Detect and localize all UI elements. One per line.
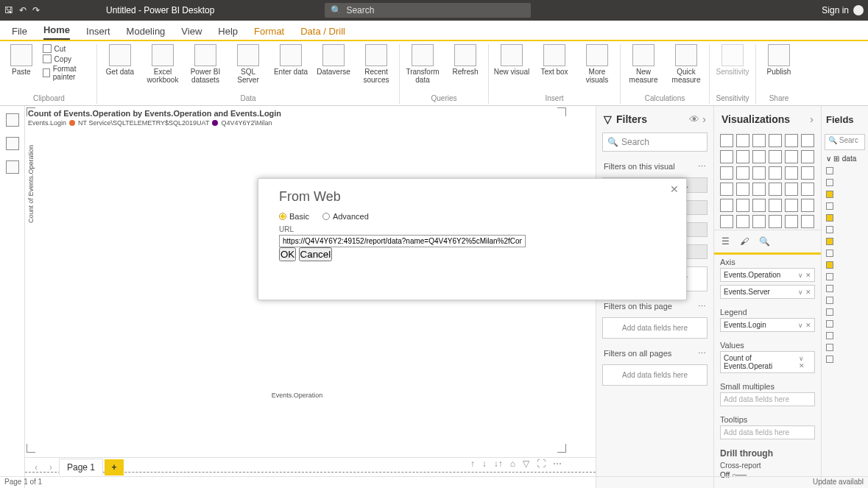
save-icon[interactable]: 🖫	[4, 5, 13, 15]
ok-button[interactable]: OK	[279, 247, 296, 261]
viz-type-icon[interactable]	[769, 183, 782, 196]
viz-type-icon[interactable]	[720, 183, 733, 196]
excel-button[interactable]: Excel workbook	[144, 44, 181, 84]
more-visuals-button[interactable]: More visuals	[579, 44, 615, 84]
fields-search[interactable]: 🔍 Searc	[825, 134, 865, 150]
viz-type-icon[interactable]	[769, 215, 782, 228]
global-search[interactable]: 🔍 Search	[325, 3, 531, 18]
format-tab-icon[interactable]: 🖌	[740, 236, 749, 247]
viz-type-icon[interactable]	[801, 183, 814, 196]
more-icon[interactable]: ⋯	[698, 302, 706, 311]
add-page-button[interactable]: +	[105, 459, 124, 475]
tab-file[interactable]: File	[12, 23, 27, 40]
quick-measure-button[interactable]: Quick measure	[668, 44, 705, 84]
viz-type-icon[interactable]	[785, 150, 798, 163]
viz-type-icon[interactable]	[720, 215, 733, 228]
dataverse-button[interactable]: Dataverse	[315, 44, 352, 76]
page-prev[interactable]: ‹	[29, 462, 43, 473]
radio-basic[interactable]: Basic	[279, 212, 309, 221]
copy-button[interactable]: Copy	[43, 54, 92, 63]
pbi-datasets-button[interactable]: Power BI datasets	[187, 44, 224, 84]
viz-type-icon[interactable]	[752, 166, 766, 180]
collapse-icon[interactable]: ›	[810, 113, 814, 125]
viz-type-icon[interactable]	[752, 150, 766, 163]
enter-data-button[interactable]: Enter data	[272, 44, 309, 76]
report-view-icon[interactable]	[6, 113, 19, 127]
transform-data-button[interactable]: Transform data	[404, 44, 441, 84]
tab-format[interactable]: Format	[254, 23, 284, 40]
axis-field-1[interactable]: Events.Operation∨ ✕	[720, 268, 815, 282]
format-painter-button[interactable]: Format painter	[43, 65, 92, 81]
table-node[interactable]: ∨ ⊞data	[826, 155, 864, 163]
paste-button[interactable]: Paste	[6, 44, 37, 76]
viz-type-icon[interactable]	[736, 134, 749, 147]
viz-type-icon[interactable]	[769, 199, 782, 212]
viz-type-icon[interactable]	[752, 215, 766, 228]
viz-type-icon[interactable]	[752, 199, 766, 212]
viz-type-icon[interactable]	[736, 166, 749, 180]
new-measure-button[interactable]: New measure	[625, 44, 662, 84]
viz-type-icon[interactable]	[720, 134, 733, 147]
page-tab-1[interactable]: Page 1	[59, 459, 103, 475]
legend-field[interactable]: Events.Login∨ ✕	[720, 318, 815, 332]
eye-icon[interactable]: 👁	[689, 113, 699, 125]
filter-search[interactable]: 🔍Search	[602, 132, 708, 152]
tab-datadrill[interactable]: Data / Drill	[300, 23, 345, 40]
viz-type-icon[interactable]	[720, 150, 733, 163]
tab-modeling[interactable]: Modeling	[127, 23, 166, 40]
axis-field-2[interactable]: Events.Server∨ ✕	[720, 285, 815, 299]
new-visual-button[interactable]: New visual	[493, 44, 530, 76]
signin-button[interactable]: Sign in	[822, 5, 864, 15]
text-box-button[interactable]: Text box	[536, 44, 573, 76]
radio-advanced[interactable]: Advanced	[322, 212, 369, 221]
viz-type-icon[interactable]	[785, 134, 798, 147]
more-icon[interactable]: ⋯	[698, 349, 706, 358]
viz-type-icon[interactable]	[736, 183, 749, 196]
small-multiples-well[interactable]: Add data fields here	[720, 392, 815, 406]
sql-server-button[interactable]: SQL Server	[230, 44, 267, 84]
redo-icon[interactable]: ↷	[32, 5, 40, 15]
get-data-button[interactable]: Get data	[102, 44, 138, 76]
filter-add-well-all[interactable]: Add data fields here	[602, 364, 708, 386]
close-icon[interactable]: ✕	[670, 183, 679, 195]
sensitivity-button[interactable]: Sensitivity	[714, 44, 751, 76]
cut-button[interactable]: Cut	[43, 44, 92, 53]
viz-type-icon[interactable]	[769, 166, 782, 180]
collapse-icon[interactable]: ›	[702, 113, 706, 125]
viz-type-icon[interactable]	[769, 150, 782, 163]
page-next[interactable]: ›	[44, 462, 57, 473]
data-view-icon[interactable]	[6, 137, 19, 150]
more-icon[interactable]: ⋯	[698, 162, 706, 171]
viz-type-icon[interactable]	[736, 215, 749, 228]
filter-add-well-page[interactable]: Add data fields here	[602, 317, 708, 339]
analytics-tab-icon[interactable]: 🔍	[759, 236, 770, 247]
recent-sources-button[interactable]: Recent sources	[358, 44, 395, 84]
publish-button[interactable]: Publish	[761, 44, 797, 76]
viz-type-icon[interactable]	[785, 199, 798, 212]
values-field[interactable]: Count of Events.Operati∨ ✕	[720, 351, 815, 373]
fields-tab-icon[interactable]: ☰	[721, 236, 730, 247]
viz-type-icon[interactable]	[801, 215, 814, 228]
viz-type-icon[interactable]	[752, 134, 766, 147]
viz-type-icon[interactable]	[801, 150, 814, 163]
viz-type-icon[interactable]	[720, 199, 733, 212]
cancel-button[interactable]: Cancel	[299, 247, 333, 261]
viz-type-icon[interactable]	[785, 183, 798, 196]
viz-type-icon[interactable]	[801, 134, 814, 147]
url-input[interactable]	[279, 235, 526, 247]
undo-icon[interactable]: ↶	[19, 5, 27, 15]
viz-type-icon[interactable]	[785, 215, 798, 228]
viz-type-icon[interactable]	[752, 183, 766, 196]
tab-help[interactable]: Help	[218, 23, 238, 40]
refresh-button[interactable]: Refresh	[447, 44, 484, 76]
viz-type-icon[interactable]	[801, 199, 814, 212]
viz-type-icon[interactable]	[720, 166, 733, 180]
viz-type-icon[interactable]	[769, 134, 782, 147]
tooltips-well[interactable]: Add data fields here	[720, 425, 815, 439]
viz-type-icon[interactable]	[801, 166, 814, 180]
viz-type-icon[interactable]	[736, 150, 749, 163]
tab-insert[interactable]: Insert	[86, 23, 110, 40]
tab-view[interactable]: View	[181, 23, 202, 40]
tab-home[interactable]: Home	[43, 21, 70, 40]
viz-type-icon[interactable]	[785, 166, 798, 180]
